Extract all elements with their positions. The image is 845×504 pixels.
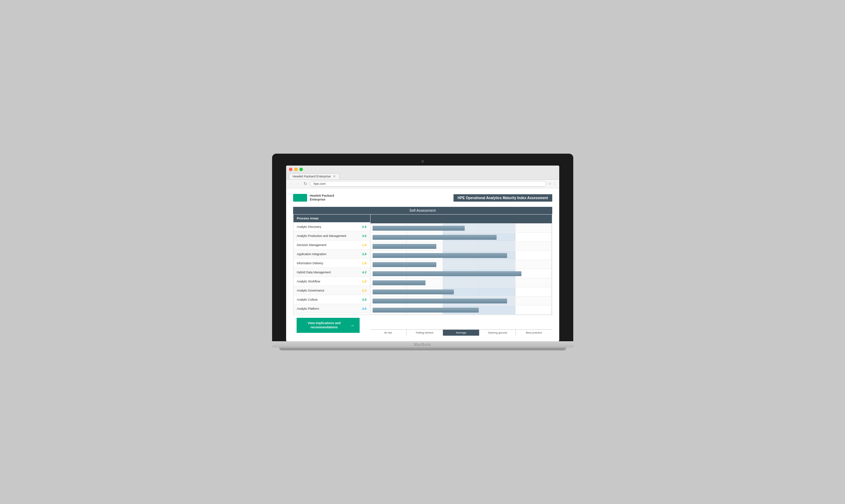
page-title: HPE Operational Analytics Maturity Index…: [453, 194, 552, 202]
cta-label: View implications and recommendations: [302, 321, 347, 329]
macbook-shell: Hewlett Packard Enterprise ✕ ‹ › ↻ hpe.c…: [272, 154, 573, 351]
bar: [373, 271, 521, 276]
bookmark-icon[interactable]: ☆: [548, 182, 552, 186]
process-row: Analytic Governance 2.3: [293, 286, 370, 295]
chart-row: [370, 296, 552, 306]
process-name: Analytic Discovery: [297, 225, 321, 229]
chart-row: [370, 251, 552, 260]
bar: [373, 308, 479, 313]
maximize-button[interactable]: [299, 168, 303, 171]
process-name: Analytic Platform: [297, 307, 319, 310]
process-row: Analytic Production and Management 3.5: [293, 231, 370, 240]
process-score: 3.8: [362, 252, 367, 256]
refresh-button[interactable]: ↻: [303, 181, 308, 186]
assessment-header: Self-Assessment: [293, 207, 552, 214]
process-row: Application Integration 3.8: [293, 250, 370, 259]
process-score: 2.6: [362, 225, 367, 229]
process-name: Hybrid Data Management: [297, 271, 331, 274]
process-name: Analytic Culture: [297, 298, 318, 301]
bar-container: [373, 271, 550, 276]
close-button[interactable]: [289, 168, 292, 171]
process-row: Information Delivery 1.8: [293, 259, 370, 268]
bar-container: [373, 308, 550, 313]
bar: [373, 244, 436, 249]
process-name: Information Delivery: [297, 261, 324, 265]
legend-item: Gaining ground: [479, 330, 516, 336]
bar-container: [373, 299, 550, 303]
process-score: 4.2: [362, 271, 367, 274]
bar-container: [373, 226, 550, 231]
process-name: Analytic Workflow: [297, 280, 320, 283]
active-tab[interactable]: Hewlett Packard Enterprise ✕: [289, 173, 340, 179]
right-panel: [370, 215, 552, 315]
macbook-foot: [279, 348, 566, 350]
page-header: Hewlett Packard Enterprise HPE Operation…: [293, 194, 552, 202]
bar: [373, 280, 426, 285]
process-rows-container: Analytic Discovery 2.6 Analytic Producti…: [293, 222, 370, 313]
bar: [373, 253, 507, 258]
chart-row: [370, 306, 552, 315]
traffic-lights: [289, 168, 556, 171]
bar-container: [373, 244, 550, 249]
process-name: Decision Management: [297, 243, 327, 247]
bottom-right: At riskFalling behindAverageGaining grou…: [370, 329, 552, 336]
process-score: 3.5: [362, 234, 367, 238]
nav-bar: ‹ › ↻ hpe.com ☆ ⋮: [286, 180, 559, 188]
bar-container: [373, 280, 550, 285]
chart-row: [370, 269, 552, 278]
legend-item: Falling behind: [407, 330, 443, 336]
bottom-left: View implications and recommendations →: [293, 315, 370, 336]
process-row: Analytic Workflow 1.5: [293, 277, 370, 286]
process-score: 1.8: [362, 261, 367, 265]
bar: [373, 262, 436, 267]
process-row: Analytic Culture 3.8: [293, 295, 370, 304]
bar-container: [373, 289, 550, 294]
legend-row: At riskFalling behindAverageGaining grou…: [370, 329, 552, 336]
process-row: Analytic Discovery 2.6: [293, 222, 370, 231]
menu-icon[interactable]: ⋮: [553, 182, 556, 186]
chart-row: [370, 242, 552, 251]
chart-row: [370, 233, 552, 242]
forward-button[interactable]: ›: [296, 181, 301, 186]
chart-row: [370, 260, 552, 269]
bar: [373, 299, 507, 303]
legend-item: At risk: [370, 330, 407, 336]
assessment-body: Process Areas Analytic Discovery 2.6 Ana…: [293, 214, 552, 315]
minimize-button[interactable]: [294, 168, 298, 171]
macbook-base: [272, 341, 573, 348]
chart-rows-container: [370, 215, 552, 315]
chart-row: [370, 278, 552, 287]
process-name: Analytic Governance: [297, 289, 324, 292]
cta-arrow-icon: →: [350, 322, 355, 329]
page-content: Hewlett Packard Enterprise HPE Operation…: [286, 188, 559, 342]
left-panel: Process Areas Analytic Discovery 2.6 Ana…: [293, 215, 370, 315]
process-score: 2.3: [362, 289, 367, 292]
back-button[interactable]: ‹: [289, 181, 294, 186]
nav-icons: ☆ ⋮: [548, 182, 556, 186]
hpe-logo-mark: [293, 194, 307, 202]
bottom-section: View implications and recommendations → …: [293, 315, 552, 336]
screen: Hewlett Packard Enterprise ✕ ‹ › ↻ hpe.c…: [286, 166, 559, 342]
cta-button[interactable]: View implications and recommendations →: [297, 318, 360, 333]
process-name: Application Integration: [297, 252, 326, 256]
bar-container: [373, 253, 550, 258]
chart-row: [370, 287, 552, 296]
bar: [373, 226, 465, 231]
bar: [373, 235, 497, 240]
browser-chrome: Hewlett Packard Enterprise ✕: [286, 166, 559, 180]
process-score: 3.8: [362, 298, 367, 301]
process-row: Decision Management 1.8: [293, 240, 370, 250]
hpe-logo: Hewlett Packard Enterprise: [293, 194, 334, 202]
legend-item: Best practice: [516, 330, 552, 336]
hpe-logo-text: Hewlett Packard Enterprise: [310, 194, 334, 202]
tab-label: Hewlett Packard Enterprise: [293, 175, 331, 178]
legend-item: Average: [443, 330, 479, 336]
bar-container: [373, 235, 550, 240]
process-row: Analytic Platform 3.0: [293, 304, 370, 313]
screen-bezel: Hewlett Packard Enterprise ✕ ‹ › ↻ hpe.c…: [272, 154, 573, 342]
chart-row: [370, 224, 552, 233]
chart-header-row: [370, 215, 552, 224]
tab-close-icon[interactable]: ✕: [333, 175, 336, 178]
url-bar[interactable]: hpe.com: [310, 181, 546, 187]
process-row: Hybrid Data Management 4.2: [293, 268, 370, 277]
